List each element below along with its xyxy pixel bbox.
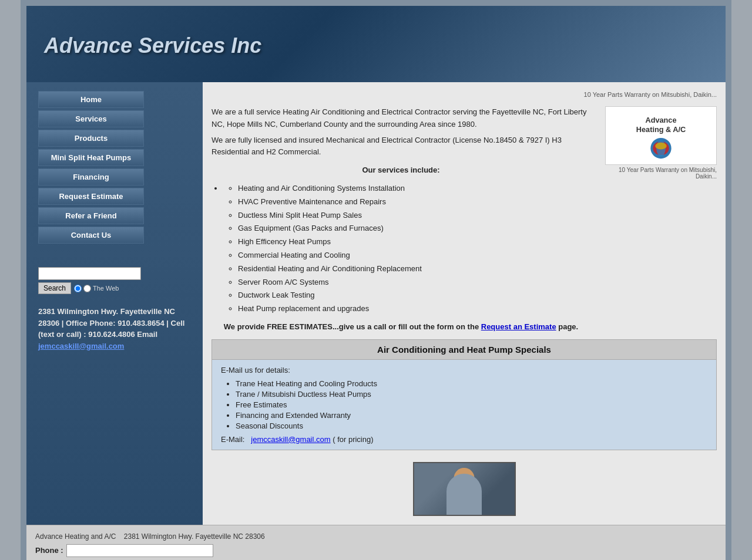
footer-company: Advance Heating and A/C [35,532,116,541]
svg-text:Advance: Advance [645,116,676,124]
site-title: Advance Services Inc [44,33,261,58]
specials-contact-suffix: ( for pricing) [333,435,373,444]
service-item-3: Ductless Mini Split Heat Pump Sales [238,210,590,222]
intro-paragraph2: We are fully licensed and insured Mechan… [212,134,590,159]
header: Advance Services Inc [26,6,726,82]
nav-refer-friend[interactable]: Refer a Friend [38,207,144,224]
services-list: Heating and Air Conditioning Systems Ins… [212,183,590,315]
footer-address: Advance Heating and A/C 2381 Wilmington … [35,531,717,542]
nav-products[interactable]: Products [38,130,144,147]
logo-box: Advance Heating & A/C [605,106,717,165]
outer-wrapper: Advance Services Inc Home Services Produ… [21,0,731,560]
specials-title: Air Conditioning and Heat Pump Specials [212,340,716,360]
service-item-5: High Efficency Heat Pumps [238,236,590,248]
service-item-4: Gas Equipment (Gas Packs and Furnaces) [238,222,590,235]
footer: Advance Heating and A/C 2381 Wilmington … [26,525,726,560]
service-item-2: HVAC Preventive Maintenance and Repairs [238,196,590,208]
svg-text:Heating & A/C: Heating & A/C [636,125,686,134]
services-heading: Our services include: [212,164,590,177]
special-item-1: Trane Heat Heating and Cooling Products [236,379,707,388]
specials-email: E-Mail us for details: [221,366,707,375]
nav-home[interactable]: Home [38,91,144,108]
specials-contact-email[interactable]: jemccaskill@gmail.com [251,435,330,444]
sidebar: Home Services Products Mini Split Heat P… [26,82,203,525]
footer-phone-input[interactable] [66,544,213,557]
footer-phone-label: Phone : [35,546,63,555]
search-row: Search The Web [38,282,191,294]
contact-email-link[interactable]: jemccaskill@gmail.com [38,342,124,350]
video-placeholder [413,462,516,516]
service-item-10: Heat Pump replacement and upgrades [238,303,590,315]
main-container: Advance Services Inc Home Services Produ… [26,6,726,560]
search-input[interactable] [38,267,141,280]
radio-web-label: The Web [93,285,119,292]
logo-svg: Advance Heating & A/C [606,107,716,164]
search-section: Search The Web [38,267,191,294]
contact-address-text: 2381 Wilmington Hwy. Fayetteville NC 283… [38,307,184,339]
specials-section: Air Conditioning and Heat Pump Specials … [212,339,717,450]
free-estimates-suffix: page. [558,322,578,331]
special-item-5: Seasonal Discounts [236,421,707,430]
search-button[interactable]: Search [38,282,71,294]
request-estimate-link[interactable]: Request an Estimate [481,322,556,331]
special-item-4: Financing and Extended Warranty [236,411,707,420]
nav-financing[interactable]: Financing [38,168,144,185]
top-banner: 10 Year Parts Warranty on Mitsubishi, Da… [212,91,717,98]
intro-paragraph1: We are a full service Heating Air Condit… [212,106,590,131]
logo-section: Advance Heating & A/C 10 Year Parts Warr… [599,106,717,333]
specials-content: E-Mail us for details: Trane Heat Heatin… [212,360,716,450]
service-item-9: Ductwork Leak Testing [238,289,590,302]
sub-services-list: Heating and Air Conditioning Systems Ins… [223,183,590,315]
service-item-8: Server Room A/C Systems [238,276,590,289]
special-item-2: Trane / Mitsubishi Ductless Heat Pumps [236,390,707,399]
specials-contact-label: E-Mail: [221,435,244,444]
list-item: Heating and Air Conditioning Systems Ins… [223,183,590,315]
video-person [446,474,482,515]
logo-caption: 10 Year Parts Warranty on Mitsubishi, Da… [605,167,717,180]
free-estimates-text: We provide FREE ESTIMATES...give us a ca… [224,322,479,331]
svg-point-6 [655,143,667,150]
nav-menu: Home Services Products Mini Split Heat P… [38,91,191,244]
content-area: Home Services Products Mini Split Heat P… [26,82,726,525]
radio-web[interactable] [83,285,91,292]
radio-site[interactable] [74,285,82,292]
nav-contact-us[interactable]: Contact Us [38,227,144,244]
nav-mini-split[interactable]: Mini Split Heat Pumps [38,149,144,166]
radio-group: The Web [74,285,119,292]
contact-info: 2381 Wilmington Hwy. Fayetteville NC 283… [38,306,191,352]
video-section [212,462,717,516]
nav-request-estimate[interactable]: Request Estimate [38,188,144,205]
service-item-6: Commercial Heating and Cooling [238,249,590,262]
service-item-7: Residential Heating and Air Conditioning… [238,263,590,275]
intro-text: We are a full service Heating Air Condit… [212,106,590,333]
specials-list: Trane Heat Heating and Cooling Products … [221,379,707,430]
free-estimates: We provide FREE ESTIMATES...give us a ca… [212,321,590,333]
special-item-3: Free Estimates [236,400,707,409]
intro-section: We are a full service Heating Air Condit… [212,106,717,333]
service-item-1: Heating and Air Conditioning Systems Ins… [238,183,590,195]
specials-contact: E-Mail: jemccaskill@gmail.com ( for pric… [221,435,707,444]
footer-phone-row: Phone : [35,544,717,557]
footer-address-text: 2381 Wilmington Hwy. Fayetteville NC 283… [124,532,265,541]
nav-services[interactable]: Services [38,110,144,127]
main-content: 10 Year Parts Warranty on Mitsubishi, Da… [203,82,726,525]
